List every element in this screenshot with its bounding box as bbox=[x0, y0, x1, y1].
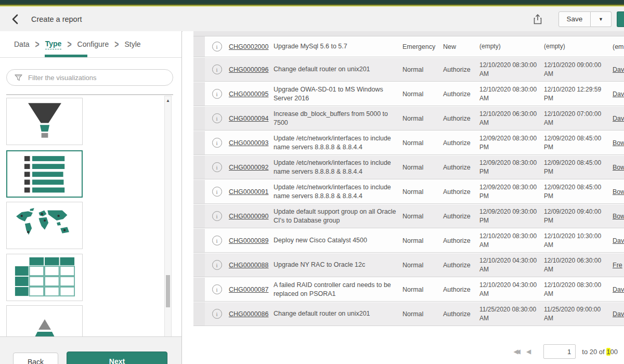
chevron-right-icon: > bbox=[67, 38, 71, 50]
record-number-link[interactable]: CHG0000090 bbox=[229, 213, 274, 220]
info-icon[interactable]: i bbox=[212, 42, 222, 51]
state-cell: Authorize bbox=[443, 164, 479, 171]
save-dropdown-button[interactable]: ▼ bbox=[591, 11, 612, 27]
row-leading-cell bbox=[193, 302, 205, 326]
info-cell: i bbox=[205, 42, 229, 51]
info-icon[interactable]: i bbox=[212, 162, 222, 172]
assigned-to-link[interactable]: Fre bbox=[603, 262, 624, 269]
priority-cell: Normal bbox=[402, 90, 443, 98]
info-cell: i bbox=[205, 309, 229, 319]
page-input[interactable] bbox=[543, 344, 576, 359]
pyramid-chart-icon bbox=[14, 317, 76, 337]
assigned-to-link[interactable]: Bow bbox=[603, 139, 624, 147]
row-leading-cell bbox=[193, 204, 205, 228]
info-icon[interactable]: i bbox=[212, 89, 222, 99]
viz-thumb-heatmap-table[interactable] bbox=[6, 254, 83, 301]
viz-thumb-pyramid-chart[interactable] bbox=[6, 305, 83, 337]
scrollbar-thumb[interactable] bbox=[166, 275, 170, 307]
assigned-to-link[interactable]: Bow bbox=[603, 164, 624, 171]
scroll-up-icon[interactable]: ▲ bbox=[165, 97, 171, 105]
planned-end-cell: 12/09/2020 08:45:00 PM bbox=[544, 183, 603, 200]
info-cell: i bbox=[205, 138, 229, 148]
wizard-footer: Back Next bbox=[0, 336, 181, 364]
visualization-filter-input[interactable] bbox=[27, 73, 173, 82]
info-icon[interactable]: i bbox=[212, 260, 222, 270]
info-cell: i bbox=[205, 64, 229, 74]
record-number-link[interactable]: CHG0000096 bbox=[229, 66, 274, 73]
table-row: i CHG0000096 Change default router on un… bbox=[193, 58, 624, 82]
planned-start-cell: 12/10/2020 04:30:00 AM bbox=[479, 256, 544, 273]
short-description-cell: Change default router on unix201 bbox=[274, 309, 402, 318]
prev-page-button[interactable]: ◀ bbox=[526, 348, 531, 355]
planned-start-cell: 12/10/2020 08:30:00 AM bbox=[479, 61, 544, 77]
planned-start-cell: 12/10/2020 06:30:00 AM bbox=[479, 110, 544, 126]
run-button-cutoff[interactable] bbox=[617, 11, 624, 27]
record-number-link[interactable]: CHG0000094 bbox=[229, 115, 274, 122]
info-icon[interactable]: i bbox=[212, 138, 222, 148]
share-button[interactable] bbox=[532, 14, 543, 25]
short-description-cell: Upgrade OWA-SD-01 to MS Windows Server 2… bbox=[274, 85, 402, 103]
info-icon[interactable]: i bbox=[212, 211, 222, 221]
assigned-to-link[interactable]: Dav bbox=[603, 115, 624, 122]
planned-end-cell: 12/09/2020 08:45:00 PM bbox=[544, 134, 603, 151]
back-button[interactable]: Back bbox=[13, 353, 58, 364]
save-button[interactable]: Save bbox=[558, 11, 591, 27]
short-description-cell: Update /etc/network/interfaces to includ… bbox=[274, 183, 402, 201]
step-style[interactable]: Style bbox=[124, 40, 140, 48]
step-data[interactable]: Data bbox=[14, 40, 30, 48]
record-number-link[interactable]: CHG0000091 bbox=[229, 188, 274, 196]
record-number-link[interactable]: CHG0002000 bbox=[229, 43, 274, 50]
record-number-link[interactable]: CHG0000089 bbox=[229, 237, 274, 244]
pagination: ◀◀ ◀ to 20 of 100 bbox=[514, 342, 618, 361]
short-description-cell: Upgrade NY RAC to Oracle 12c bbox=[274, 261, 402, 269]
record-number-link[interactable]: CHG0000086 bbox=[229, 310, 274, 318]
step-configure[interactable]: Configure bbox=[77, 40, 109, 48]
info-icon[interactable]: i bbox=[212, 284, 222, 294]
table-row: i CHG0000089 Deploy new Cisco Catalyst 4… bbox=[193, 229, 624, 253]
assigned-to-link[interactable]: Bow bbox=[603, 188, 624, 196]
app-header: Create a report Save ▼ bbox=[0, 7, 624, 32]
assigned-to-link[interactable]: Dav bbox=[603, 286, 624, 293]
info-cell: i bbox=[205, 284, 229, 294]
planned-start-cell: 11/25/2020 08:30:00 AM bbox=[479, 305, 544, 322]
viz-thumb-list-chart[interactable] bbox=[6, 150, 83, 198]
record-number-link[interactable]: CHG0000093 bbox=[229, 139, 274, 147]
assigned-to-link[interactable]: Dav bbox=[603, 66, 624, 73]
table-row: i CHG0000093 Update /etc/network/interfa… bbox=[193, 131, 624, 155]
chevron-right-icon: > bbox=[35, 38, 40, 50]
state-cell: Authorize bbox=[443, 90, 479, 98]
assigned-to-link[interactable]: Bow bbox=[603, 213, 624, 220]
state-cell: Authorize bbox=[443, 310, 479, 318]
chevron-right-icon: > bbox=[114, 38, 119, 50]
step-type[interactable]: Type bbox=[45, 40, 62, 49]
row-leading-cell bbox=[193, 278, 205, 301]
viz-thumb-world-map[interactable] bbox=[6, 202, 83, 249]
info-icon[interactable]: i bbox=[212, 187, 222, 197]
short-description-cell: Update /etc/network/interfaces to includ… bbox=[274, 134, 402, 152]
info-icon[interactable]: i bbox=[212, 64, 222, 74]
record-number-link[interactable]: CHG0000087 bbox=[229, 286, 274, 293]
back-nav-button[interactable] bbox=[10, 14, 21, 25]
priority-cell: Normal bbox=[402, 115, 443, 122]
info-cell: i bbox=[205, 187, 229, 197]
info-icon[interactable]: i bbox=[212, 236, 222, 245]
viz-thumb-funnel-chart[interactable] bbox=[6, 98, 83, 145]
header-actions: Save ▼ bbox=[532, 7, 624, 31]
info-cell: i bbox=[205, 113, 229, 123]
record-number-link[interactable]: CHG0000092 bbox=[229, 164, 274, 171]
record-number-link[interactable]: CHG0000095 bbox=[229, 90, 274, 98]
row-leading-cell bbox=[193, 155, 205, 179]
planned-end-cell: 12/10/2020 12:29:59 PM bbox=[544, 85, 603, 102]
state-cell: Authorize bbox=[443, 188, 479, 196]
record-number-link[interactable]: CHG0000088 bbox=[229, 262, 274, 269]
info-icon[interactable]: i bbox=[212, 309, 222, 319]
short-description-cell: A failed RAID controller card needs to b… bbox=[274, 281, 402, 298]
list-scrollbar[interactable]: ▲ ▼ bbox=[164, 96, 172, 337]
world-map-icon bbox=[12, 205, 77, 246]
info-icon[interactable]: i bbox=[212, 113, 222, 123]
assigned-to-link[interactable]: Dav bbox=[603, 90, 624, 98]
first-page-button[interactable]: ◀◀ bbox=[514, 348, 518, 355]
assigned-to-link[interactable]: Dav bbox=[603, 237, 624, 244]
next-button[interactable]: Next bbox=[67, 352, 167, 364]
assigned-to-link[interactable]: Dav bbox=[603, 310, 624, 318]
